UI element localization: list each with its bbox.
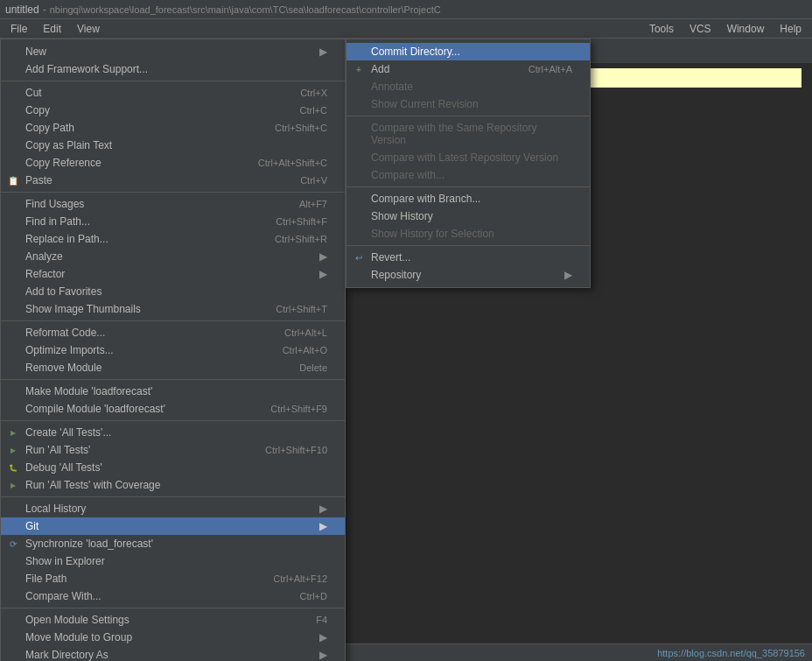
app-title: untitled <box>5 4 39 16</box>
menu-item-add-framework[interactable]: Add Framework Support... <box>1 60 345 78</box>
menu-label-optimize: Optimize Imports... <box>25 344 114 356</box>
menu-item-mark-directory[interactable]: Mark Directory As ▶ <box>1 646 345 661</box>
arrow-icon-local-history: ▶ <box>319 503 327 515</box>
arrow-icon-git: ▶ <box>319 520 327 532</box>
menu-item-synchronize[interactable]: ⟳ Synchronize 'load_forecast' <box>1 535 345 552</box>
menu-vcs[interactable]: VCS <box>682 21 718 37</box>
menu-label-git: Git <box>25 520 38 532</box>
menu-item-paste[interactable]: 📋 Paste Ctrl+V <box>1 172 345 189</box>
menu-label-copy-ref: Copy Reference <box>25 157 102 169</box>
git-submenu-item-commit[interactable]: Commit Directory... <box>346 43 590 60</box>
menu-item-show-explorer[interactable]: Show in Explorer <box>1 552 345 570</box>
menu-bar: File Edit View Tools VCS Window Help <box>0 19 812 39</box>
arrow-icon-analyze: ▶ <box>319 250 327 263</box>
menu-item-copy-path[interactable]: Copy Path Ctrl+Shift+C <box>1 119 345 137</box>
menu-item-add-favorites[interactable]: Add to Favorites <box>1 283 345 300</box>
menu-label-reformat: Reformat Code... <box>25 327 105 339</box>
menu-item-local-history[interactable]: Local History ▶ <box>1 500 345 517</box>
menu-item-copy[interactable]: Copy Ctrl+C <box>1 102 345 119</box>
menu-item-show-thumbnails[interactable]: Show Image Thumbnails Ctrl+Shift+T <box>1 300 345 318</box>
git-submenu-item-revert[interactable]: ↩ Revert... <box>346 249 590 266</box>
arrow-icon-repository: ▶ <box>564 269 572 281</box>
git-label-compare-same: Compare with the Same Repository Version <box>371 122 572 146</box>
menu-label-show-thumbnails: Show Image Thumbnails <box>25 303 141 315</box>
menu-label-add-favorites: Add to Favorites <box>25 285 102 298</box>
menu-item-debug-tests[interactable]: 🐛 Debug 'All Tests' <box>1 459 345 476</box>
menu-label-analyze: Analyze <box>25 250 63 263</box>
menu-view[interactable]: View <box>70 21 107 37</box>
git-label-commit: Commit Directory... <box>371 46 460 58</box>
menu-label-add-framework: Add Framework Support... <box>25 63 148 75</box>
title-separator: - <box>43 4 46 16</box>
git-label-compare-with2: Compare with... <box>371 169 444 181</box>
menu-window[interactable]: Window <box>720 21 772 37</box>
separator-4 <box>1 379 345 380</box>
menu-file[interactable]: File <box>4 21 34 37</box>
menu-item-replace-in-path[interactable]: Replace in Path... Ctrl+Shift+R <box>1 230 345 248</box>
menu-label-make-module: Make Module 'loadforecast' <box>25 385 152 397</box>
menu-item-run-coverage[interactable]: ▶ Run 'All Tests' with Coverage <box>1 476 345 494</box>
menu-label-compile-module: Compile Module 'loadforecast' <box>25 403 165 415</box>
git-separator-2 <box>346 186 590 187</box>
git-submenu-item-annotate: Annotate <box>346 78 590 95</box>
shortcut-show-thumbnails: Ctrl+Shift+T <box>276 304 327 314</box>
shortcut-cut: Ctrl+X <box>300 88 327 98</box>
git-label-show-history: Show History <box>371 210 433 222</box>
menu-item-make-module[interactable]: Make Module 'loadforecast' <box>1 383 345 400</box>
menu-item-compile-module[interactable]: Compile Module 'loadforecast' Ctrl+Shift… <box>1 400 345 418</box>
menu-label-run-coverage: Run 'All Tests' with Coverage <box>25 479 160 491</box>
shortcut-compile-module: Ctrl+Shift+F9 <box>270 404 327 414</box>
menu-item-file-path[interactable]: File Path Ctrl+Alt+F12 <box>1 570 345 587</box>
menu-label-new: New <box>25 46 46 58</box>
menu-item-reformat[interactable]: Reformat Code... Ctrl+Alt+L <box>1 324 345 341</box>
menu-tools[interactable]: Tools <box>642 21 681 37</box>
menu-item-compare-with[interactable]: Compare With... Ctrl+D <box>1 587 345 605</box>
menu-item-remove-module[interactable]: Remove Module Delete <box>1 359 345 376</box>
shortcut-find-usages: Alt+F7 <box>299 199 327 209</box>
shortcut-copy: Ctrl+C <box>300 105 327 116</box>
git-submenu-item-show-history[interactable]: Show History <box>346 207 590 225</box>
menu-item-optimize[interactable]: Optimize Imports... Ctrl+Alt+O <box>1 341 345 359</box>
git-submenu-item-compare-branch[interactable]: Compare with Branch... <box>346 190 590 207</box>
menu-label-remove-module: Remove Module <box>25 362 102 374</box>
shortcut-replace-in-path: Ctrl+Shift+R <box>275 234 327 244</box>
git-label-compare-branch: Compare with Branch... <box>371 193 480 205</box>
menu-item-find-usages[interactable]: Find Usages Alt+F7 <box>1 195 345 213</box>
git-submenu-item-add[interactable]: + Add Ctrl+Alt+A <box>346 60 590 78</box>
menu-label-synchronize: Synchronize 'load_forecast' <box>25 538 153 550</box>
git-submenu-item-compare-latest: Compare with Latest Repository Version <box>346 149 590 166</box>
menu-item-refactor[interactable]: Refactor ▶ <box>1 265 345 283</box>
shortcut-find-in-path: Ctrl+Shift+F <box>276 216 327 227</box>
menu-label-find-in-path: Find in Path... <box>25 215 90 228</box>
menu-label-open-module: Open Module Settings <box>25 614 130 626</box>
menu-label-copy-plain: Copy as Plain Text <box>25 139 112 151</box>
menu-label-show-explorer: Show in Explorer <box>25 555 105 567</box>
menu-item-copy-ref[interactable]: Copy Reference Ctrl+Alt+Shift+C <box>1 154 345 172</box>
status-right: https://blog.csdn.net/qq_35879156 <box>657 648 805 658</box>
shortcut-optimize: Ctrl+Alt+O <box>283 345 327 355</box>
git-label-show-history-sel: Show History for Selection <box>371 228 494 240</box>
menu-item-move-module[interactable]: Move Module to Group ▶ <box>1 629 345 646</box>
menu-label-cut: Cut <box>25 87 42 99</box>
menu-help[interactable]: Help <box>773 21 808 37</box>
git-submenu-item-repository[interactable]: Repository ▶ <box>346 266 590 284</box>
menu-item-analyze[interactable]: Analyze ▶ <box>1 248 345 265</box>
menu-edit[interactable]: Edit <box>36 21 68 37</box>
menu-item-git[interactable]: Git ▶ <box>1 517 345 535</box>
git-separator-1 <box>346 116 590 116</box>
context-menu: New ▶ Add Framework Support... Cut Ctrl+… <box>0 39 346 661</box>
menu-item-open-module[interactable]: Open Module Settings F4 <box>1 611 345 629</box>
git-submenu-item-show-history-sel: Show History for Selection <box>346 225 590 243</box>
coverage-icon: ▶ <box>6 478 20 492</box>
debug-icon: 🐛 <box>6 461 20 475</box>
git-submenu-item-compare-with2: Compare with... <box>346 166 590 184</box>
menu-item-find-in-path[interactable]: Find in Path... Ctrl+Shift+F <box>1 213 345 230</box>
menu-item-cut[interactable]: Cut Ctrl+X <box>1 84 345 102</box>
paste-icon: 📋 <box>6 173 20 187</box>
menu-item-run-tests[interactable]: ▶ Run 'All Tests' Ctrl+Shift+F10 <box>1 441 345 459</box>
menu-item-create-tests[interactable]: ▶ Create 'All Tests'... <box>1 424 345 441</box>
menu-item-copy-plain[interactable]: Copy as Plain Text <box>1 137 345 154</box>
arrow-icon-new: ▶ <box>319 46 327 58</box>
menu-label-run-tests: Run 'All Tests' <box>25 444 90 456</box>
menu-item-new[interactable]: New ▶ <box>1 43 345 60</box>
